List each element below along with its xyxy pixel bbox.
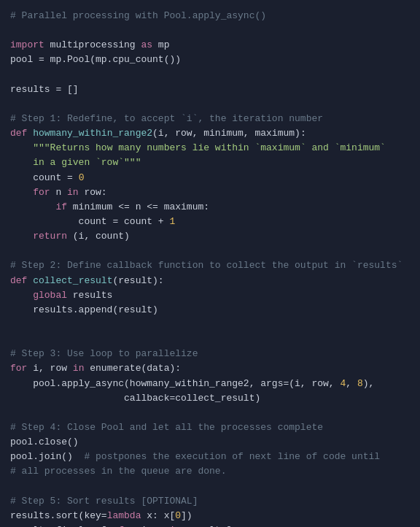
- line-comment-6: # all processes in the queue are done.: [10, 464, 410, 479]
- line-for-enumerate: for i, row in enumerate(data):: [10, 361, 410, 376]
- line-sort: results.sort(key=lambda x: x[0]): [10, 509, 410, 523]
- line-for-n: for n in row:: [10, 185, 410, 200]
- line-comment-7: # Step 5: Sort results [OPTIONAL]: [10, 494, 410, 509]
- line-pool-close: pool.close(): [10, 435, 410, 450]
- line-pool-join: pool.join() # postpones the execution of…: [10, 450, 410, 464]
- line-if-min: if minimum <= n <= maximum:: [10, 200, 410, 215]
- line-comment-1: # Parallel processing with Pool.apply_as…: [10, 9, 410, 23]
- line-blank-6: [10, 332, 410, 347]
- code-block: # Parallel processing with Pool.apply_as…: [0, 0, 420, 527]
- line-blank-5: [10, 318, 410, 332]
- line-apply-async: pool.apply_async(howmany_within_range2, …: [10, 377, 410, 391]
- line-comment-5: # Step 4: Close Pool and let all the pro…: [10, 420, 410, 435]
- line-docstring-1: """Returns how many numbers lie within `…: [10, 141, 410, 155]
- line-blank-4: [10, 244, 410, 258]
- line-comment-2: # Step 1: Redefine, to accept `i`, the i…: [10, 112, 410, 126]
- line-comment-3: # Step 2: Define callback function to co…: [10, 258, 410, 273]
- line-global: global results: [10, 288, 410, 303]
- line-import: import multiprocessing as mp: [10, 38, 410, 53]
- line-def-howmany: def howmany_within_range2(i, row, minimu…: [10, 126, 410, 141]
- line-pool-def: pool = mp.Pool(mp.cpu_count()): [10, 53, 410, 67]
- line-count-init: count = 0: [10, 171, 410, 185]
- line-blank-7: [10, 406, 410, 420]
- line-results-final: results_final = [r for i, r in results]: [10, 523, 410, 527]
- line-comment-4: # Step 3: Use loop to parallelize: [10, 347, 410, 361]
- line-blank-2: [10, 68, 410, 82]
- line-blank-1: [10, 23, 410, 38]
- line-def-collect: def collect_result(result):: [10, 274, 410, 288]
- line-return: return (i, count): [10, 229, 410, 244]
- line-callback: callback=collect_result): [10, 391, 410, 406]
- line-blank-3: [10, 97, 410, 112]
- line-append: results.append(result): [10, 303, 410, 318]
- line-results: results = []: [10, 82, 410, 97]
- line-docstring-2: in a given `row`""": [10, 155, 410, 170]
- line-count-inc: count = count + 1: [10, 215, 410, 229]
- line-blank-8: [10, 480, 410, 494]
